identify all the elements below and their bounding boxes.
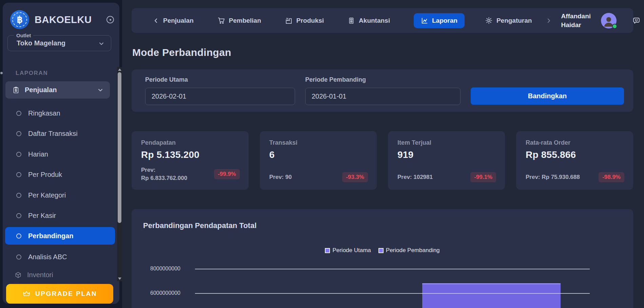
periode-utama-input[interactable] — [145, 88, 295, 105]
cube-icon — [15, 271, 22, 279]
comparison-chart-panel: Perbandingan Pendapatan Total Periode Ut… — [132, 209, 633, 308]
brand-name: BAKOELKU — [35, 14, 92, 25]
logo-row: ฿ BAKOELKU — [10, 9, 114, 30]
stat-label: Item Terjual — [397, 139, 496, 146]
stat-label: Pendapatan — [141, 139, 240, 146]
factory-icon — [285, 17, 293, 24]
legend-periode-utama[interactable]: Periode Utama — [325, 247, 371, 254]
bandingkan-button[interactable]: Bandingkan — [471, 87, 624, 105]
scrollbar-thumb[interactable] — [118, 72, 121, 223]
scroll-indicator-dot — [0, 72, 3, 74]
stat-value: 919 — [397, 149, 496, 160]
nav-item-laporan[interactable]: Laporan — [414, 13, 465, 28]
nav-scroll-right-icon[interactable] — [545, 17, 552, 24]
calculator-icon — [348, 17, 355, 24]
sidebar-item-analisis-abc[interactable]: Analisis ABC — [5, 248, 115, 266]
stat-prev-line1: Prev: — [141, 166, 187, 174]
avatar[interactable] — [601, 13, 617, 28]
periode-utama-label: Periode Utama — [145, 76, 188, 83]
nav-item-label: Penjualan — [163, 17, 194, 24]
sidebar: ฿ BAKOELKU Outlet Toko Magelang LAPORAN … — [3, 3, 119, 304]
stat-card-item-terjual: Item Terjual 919 Prev: 102981 -99.1% — [388, 131, 505, 190]
user-name[interactable]: Affandani Haidar — [561, 12, 591, 29]
upgrade-plan-button[interactable]: UPGRADE PLAN — [6, 284, 113, 304]
stat-change-badge: -98.9% — [599, 172, 624, 182]
legend-swatch-icon — [378, 248, 384, 253]
stat-prev: Prev: Rp 75.930.688 — [526, 173, 580, 181]
chevron-left-icon — [153, 17, 159, 24]
legend-label: Periode Pembanding — [386, 247, 440, 254]
user-name-line1: Affandani — [561, 12, 591, 21]
chat-smiley-icon — [632, 16, 641, 25]
radio-bullet-icon — [16, 131, 21, 136]
stats-row: Pendapatan Rp 5.135.200 Prev: Rp 6.833.7… — [132, 131, 633, 190]
stat-label: Rata-rata Order — [526, 139, 624, 146]
sidebar-item-perbandingan[interactable]: Perbandingan — [5, 227, 115, 245]
bar-periode-pembanding[interactable] — [422, 283, 561, 308]
coin-ring — [12, 12, 27, 27]
online-status-dot — [612, 24, 617, 29]
scrollbar-up-arrow[interactable] — [118, 68, 121, 71]
legend-swatch-icon — [325, 248, 330, 253]
upgrade-plan-label: UPGRADE PLAN — [35, 290, 97, 297]
main-area: Penjualan Pembelian Produksi Akuntansi — [122, 0, 644, 308]
nav-item-akuntansi[interactable]: Akuntansi — [348, 17, 390, 24]
compare-form-panel: Periode Utama Periode Pembanding Banding… — [132, 69, 633, 112]
legend-periode-pembanding[interactable]: Periode Pembanding — [378, 247, 440, 254]
sidebar-item-daftar-transaksi[interactable]: Daftar Transaksi — [5, 125, 115, 142]
sidebar-scrollbar[interactable] — [117, 67, 122, 281]
nav-item-pengaturan[interactable]: Pengaturan — [485, 17, 532, 24]
sub-item-label: Per Kasir — [28, 212, 56, 220]
chart-legend: Periode Utama Periode Pembanding — [132, 247, 633, 254]
nav-item-label: Pembelian — [229, 17, 261, 24]
stat-value: Rp 5.135.200 — [141, 149, 240, 160]
stat-label: Transaksi — [269, 139, 368, 146]
sidebar-item-label: Penjualan — [25, 86, 57, 94]
stat-value: Rp 855.866 — [526, 149, 624, 160]
radio-bullet-icon — [16, 213, 21, 218]
nav-item-label: Produksi — [296, 17, 324, 24]
gear-icon — [485, 17, 493, 24]
sidebar-item-per-produk[interactable]: Per Produk — [5, 166, 115, 183]
sidebar-collapse-icon[interactable] — [106, 16, 114, 23]
stat-prev: Prev: 90 — [269, 173, 292, 181]
chart-title: Perbandingan Pendapatan Total — [143, 221, 257, 230]
top-navigation: Penjualan Pembelian Produksi Akuntansi — [132, 8, 633, 33]
sub-item-label: Harian — [28, 150, 48, 158]
sidebar-item-harian[interactable]: Harian — [5, 145, 115, 163]
y-axis-tick: 6000000000 — [150, 290, 192, 296]
stat-card-pendapatan: Pendapatan Rp 5.135.200 Prev: Rp 6.833.7… — [132, 131, 249, 190]
nav-item-pembelian[interactable]: Pembelian — [217, 17, 261, 24]
outlet-label: Outlet — [14, 33, 33, 38]
gridline-8b — [195, 269, 590, 269]
stat-change-badge: -99.9% — [214, 169, 240, 179]
sub-item-label: Ringkasan — [28, 109, 60, 117]
periode-pembanding-input[interactable] — [305, 88, 461, 105]
stat-card-transaksi: Transaksi 6 Prev: 90 -93.3% — [260, 131, 377, 190]
chart-icon — [421, 17, 428, 24]
nav-item-penjualan[interactable]: Penjualan — [153, 17, 194, 24]
sidebar-item-per-kategori[interactable]: Per Kategori — [5, 186, 115, 204]
radio-bullet-icon — [16, 193, 21, 198]
sub-item-label: Per Kategori — [28, 191, 66, 199]
sidebar-item-ringkasan[interactable]: Ringkasan — [5, 104, 115, 122]
radio-bullet-icon — [16, 111, 21, 116]
nav-item-label: Laporan — [432, 17, 457, 24]
sidebar-item-inventori[interactable]: Inventori — [5, 266, 115, 284]
chat-button[interactable] — [632, 16, 641, 25]
nav-item-produksi[interactable]: Produksi — [285, 17, 324, 24]
brand-coin-icon: ฿ — [10, 10, 29, 29]
outlet-select[interactable]: Outlet Toko Magelang — [7, 35, 111, 51]
sidebar-item-penjualan[interactable]: Penjualan — [5, 81, 110, 99]
sub-item-label: Inventori — [27, 271, 53, 279]
user-name-line2: Haidar — [561, 21, 591, 29]
stat-prev: Prev: 102981 — [397, 173, 433, 181]
clipboard-dollar-icon — [12, 86, 20, 94]
sub-item-label: Per Produk — [28, 171, 62, 179]
nav-item-label: Akuntansi — [359, 17, 390, 24]
radio-bullet-icon — [16, 172, 21, 177]
stat-change-badge: -99.1% — [470, 172, 496, 182]
periode-pembanding-label: Periode Pembanding — [305, 76, 366, 83]
scrollbar-down-arrow[interactable] — [118, 278, 121, 280]
sidebar-item-per-kasir[interactable]: Per Kasir — [5, 207, 115, 224]
